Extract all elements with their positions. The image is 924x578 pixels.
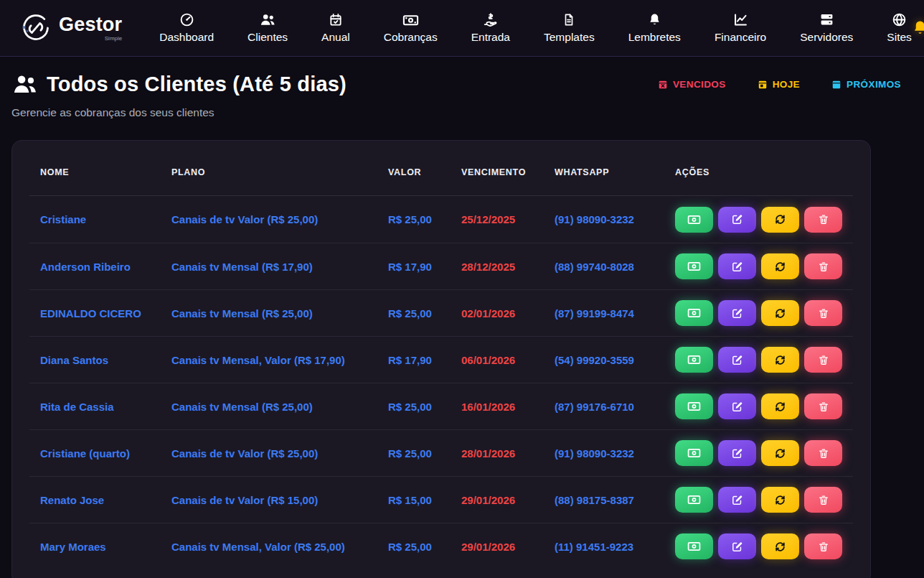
nav-item-sites[interactable]: Sites — [887, 13, 911, 44]
client-whatsapp-link[interactable]: (91) 98090-3232 — [544, 213, 664, 225]
notification-bell-icon[interactable] — [912, 19, 924, 37]
filter-proximos[interactable]: PRÓXIMOS — [831, 79, 901, 90]
nav-item-servidores[interactable]: Servidores — [800, 13, 853, 44]
pen-square-icon — [731, 401, 743, 413]
payment-button[interactable] — [675, 347, 713, 373]
delete-button[interactable] — [804, 393, 842, 419]
calendar-icon — [831, 79, 842, 90]
gestor-logo[interactable]: Gestor Simple — [20, 12, 122, 44]
client-whatsapp-link[interactable]: (87) 99176-6710 — [544, 401, 664, 413]
gauge-icon — [179, 13, 194, 27]
client-plan-link[interactable]: Canais tv Mensal (R$ 17,90) — [161, 261, 377, 273]
client-plan-link[interactable]: Canais tv Mensal, Valor (R$ 17,90) — [161, 354, 377, 366]
nav-label: Financeiro — [715, 31, 766, 44]
page-header: Todos os Clientes (Até 5 dias) VENCIDOS — [11, 73, 913, 96]
client-value: R$ 25,00 — [377, 401, 451, 413]
edit-button[interactable] — [718, 207, 756, 233]
table-row: Anderson Ribeiro Canais tv Mensal (R$ 17… — [29, 243, 853, 289]
renew-button[interactable] — [761, 440, 799, 466]
filter-links: VENCIDOS HOJE PRÓXIMOS — [658, 79, 901, 90]
client-name-link[interactable]: Renato Jose — [29, 494, 161, 506]
client-whatsapp-link[interactable]: (11) 91451-9223 — [544, 541, 664, 553]
client-name-link[interactable]: Cristiane — [29, 213, 161, 225]
nav-item-clientes[interactable]: Clientes — [248, 13, 288, 44]
renew-button[interactable] — [761, 207, 799, 233]
nav-item-anual[interactable]: Anual — [321, 13, 350, 44]
client-whatsapp-link[interactable]: (87) 99199-8474 — [544, 307, 664, 320]
col-header-nome: NOME — [29, 167, 161, 177]
client-name-link[interactable]: EDINALDO CICERO — [29, 307, 161, 320]
page-subtitle: Gerencie as cobranças dos seus clientes — [11, 106, 913, 119]
table-row: Cristiane (quarto) Canais de tv Valor (R… — [29, 429, 853, 476]
nav-item-cobrancas[interactable]: Cobranças — [384, 13, 438, 44]
pen-square-icon — [731, 307, 743, 320]
edit-button[interactable] — [718, 440, 756, 466]
nav-item-lembretes[interactable]: Lembretes — [628, 13, 681, 44]
row-actions — [664, 347, 853, 373]
edit-button[interactable] — [718, 393, 756, 419]
client-name-link[interactable]: Anderson Ribeiro — [29, 261, 161, 273]
renew-button[interactable] — [761, 487, 799, 513]
edit-button[interactable] — [718, 533, 756, 559]
nav-item-entrada[interactable]: Entrada — [471, 13, 510, 44]
table-body: Cristiane Canais de tv Valor (R$ 25,00) … — [29, 196, 853, 569]
filter-vencidos[interactable]: VENCIDOS — [658, 79, 726, 90]
client-name-link[interactable]: Diana Santos — [29, 354, 161, 366]
client-whatsapp-link[interactable]: (88) 98175-8387 — [544, 494, 664, 506]
client-plan-link[interactable]: Canais de tv Valor (R$ 25,00) — [161, 213, 377, 225]
nav-item-dashboard[interactable]: Dashboard — [159, 13, 214, 44]
trash-icon — [818, 213, 829, 225]
delete-button[interactable] — [804, 207, 842, 233]
users-icon — [260, 13, 275, 27]
client-plan-link[interactable]: Canais de tv Valor (R$ 15,00) — [161, 494, 377, 506]
payment-button[interactable] — [675, 300, 713, 326]
row-actions — [664, 393, 853, 419]
client-name-link[interactable]: Mary Moraes — [29, 541, 161, 553]
delete-button[interactable] — [804, 487, 842, 513]
filter-label: VENCIDOS — [673, 79, 726, 90]
renew-button[interactable] — [761, 300, 799, 326]
filter-hoje[interactable]: HOJE — [758, 79, 800, 90]
row-actions — [664, 533, 853, 559]
payment-button[interactable] — [675, 440, 713, 466]
edit-button[interactable] — [718, 347, 756, 373]
nav-item-financeiro[interactable]: Financeiro — [715, 13, 766, 44]
client-plan-link[interactable]: Canais de tv Valor (R$ 25,00) — [161, 447, 377, 460]
client-name-link[interactable]: Rita de Cassia — [29, 401, 161, 413]
main-nav: Dashboard Clientes Anual — [159, 13, 912, 44]
delete-button[interactable] — [804, 253, 842, 279]
payment-button[interactable] — [675, 393, 713, 419]
delete-button[interactable] — [804, 300, 842, 326]
bell-icon — [648, 13, 661, 27]
client-name-link[interactable]: Cristiane (quarto) — [29, 447, 161, 460]
nav-label: Templates — [544, 31, 595, 44]
client-plan-link[interactable]: Canais tv Mensal, Valor (R$ 25,00) — [161, 541, 377, 553]
payment-button[interactable] — [675, 207, 713, 233]
edit-button[interactable] — [718, 300, 756, 326]
payment-button[interactable] — [675, 253, 713, 279]
renew-button[interactable] — [761, 393, 799, 419]
payment-button[interactable] — [675, 487, 713, 513]
pen-square-icon — [731, 213, 743, 225]
delete-button[interactable] — [804, 347, 842, 373]
edit-button[interactable] — [718, 487, 756, 513]
renew-button[interactable] — [761, 533, 799, 559]
client-plan-link[interactable]: Canais tv Mensal (R$ 25,00) — [161, 401, 377, 413]
renew-button[interactable] — [761, 253, 799, 279]
renew-button[interactable] — [761, 347, 799, 373]
client-whatsapp-link[interactable]: (88) 99740-8028 — [544, 261, 664, 273]
client-whatsapp-link[interactable]: (91) 98090-3232 — [544, 447, 664, 460]
payment-button[interactable] — [675, 533, 713, 559]
client-due-date: 06/01/2026 — [451, 354, 544, 366]
nav-item-templates[interactable]: Templates — [544, 13, 595, 44]
nav-label: Cobranças — [384, 31, 438, 44]
pen-square-icon — [731, 494, 743, 506]
delete-button[interactable] — [804, 533, 842, 559]
client-plan-link[interactable]: Canais tv Mensal (R$ 25,00) — [161, 307, 377, 320]
edit-button[interactable] — [718, 253, 756, 279]
client-value: R$ 25,00 — [377, 541, 451, 553]
client-whatsapp-link[interactable]: (54) 99920-3559 — [544, 354, 664, 366]
nav-label: Anual — [321, 31, 350, 44]
client-due-date: 28/01/2026 — [451, 447, 544, 460]
delete-button[interactable] — [804, 440, 842, 466]
